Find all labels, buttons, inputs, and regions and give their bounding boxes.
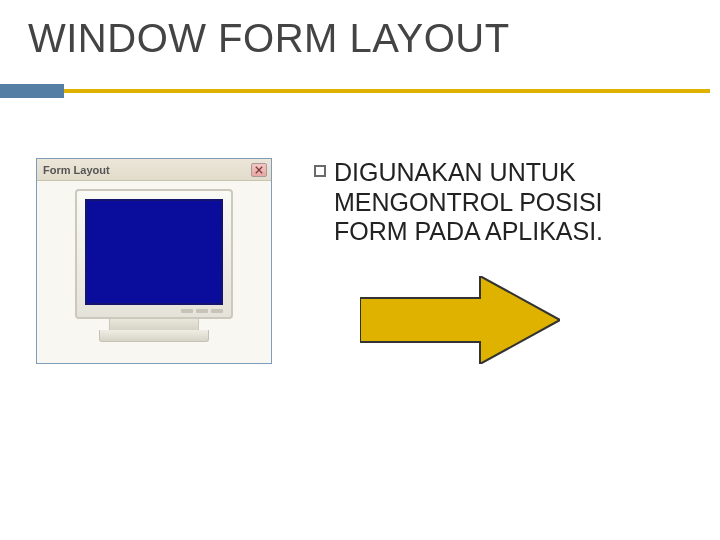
close-icon[interactable] [251,163,267,177]
slide-title: WINDOW FORM LAYOUT [28,16,510,61]
monitor-base [99,330,209,342]
bullet-text: DIGUNAKAN UNTUK MENGONTROL POSISI FORM P… [334,158,680,247]
bullet-square-icon [314,165,326,177]
bullet-item: DIGUNAKAN UNTUK MENGONTROL POSISI FORM P… [314,158,680,247]
bullet-list: DIGUNAKAN UNTUK MENGONTROL POSISI FORM P… [314,158,680,247]
underline-accent-block [0,84,64,98]
monitor-graphic [75,189,233,357]
svg-marker-0 [360,276,560,364]
monitor-case [75,189,233,319]
window-titlebar: Form Layout [37,159,271,181]
form-layout-window: Form Layout [36,158,272,364]
window-body [37,181,271,363]
window-title-label: Form Layout [43,164,247,176]
slide: WINDOW FORM LAYOUT Form Layout DI [0,0,720,540]
monitor-screen [85,199,223,305]
arrow-graphic [360,276,560,364]
underline-bar [64,89,710,93]
monitor-buttons [85,309,223,315]
